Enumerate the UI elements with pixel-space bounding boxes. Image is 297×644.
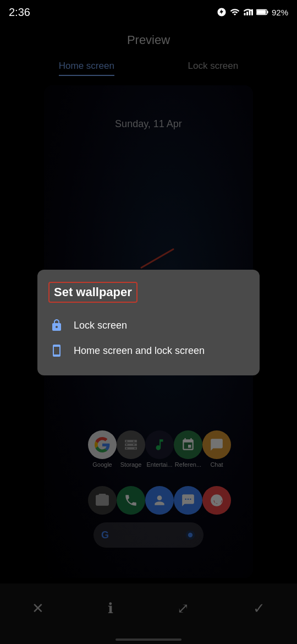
status-bar: 2:36 92%: [0, 0, 297, 24]
alarm-icon: [217, 7, 227, 17]
svg-rect-0: [244, 13, 245, 16]
svg-rect-1: [246, 12, 248, 15]
wifi-icon: [230, 7, 240, 17]
option-lock-screen[interactable]: Lock screen: [48, 313, 249, 338]
home-and-lock-screen-label: Home screen and lock screen: [74, 345, 205, 357]
set-wallpaper-dialog: Set wallpaper Lock screen Home screen an…: [37, 270, 260, 375]
dialog-title: Set wallpaper: [48, 282, 138, 303]
svg-rect-2: [249, 10, 250, 15]
signal-icon: [243, 7, 253, 17]
svg-rect-6: [257, 10, 266, 14]
status-icons: 92%: [217, 7, 288, 17]
battery-percent: 92%: [272, 8, 288, 17]
battery-icon: [256, 8, 268, 16]
option-home-and-lock-screen[interactable]: Home screen and lock screen: [48, 338, 249, 363]
lock-screen-label: Lock screen: [74, 320, 127, 331]
svg-rect-5: [267, 11, 268, 14]
phone-icon: [48, 342, 65, 359]
lock-icon: [48, 317, 65, 334]
svg-rect-3: [251, 9, 253, 15]
status-time: 2:36: [9, 6, 30, 19]
